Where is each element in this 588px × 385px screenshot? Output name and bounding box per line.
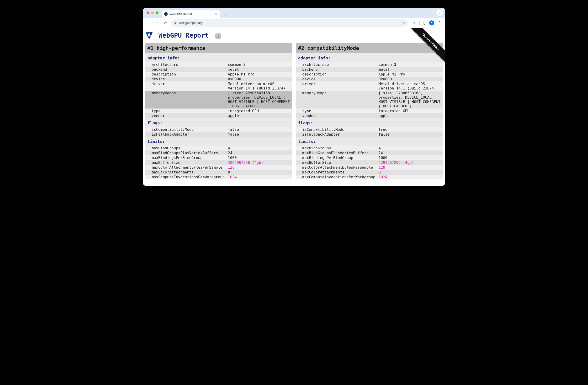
kv-value: 0x0000 xyxy=(228,77,292,81)
kv-value: 4 xyxy=(378,146,443,150)
kv-row: architecturecommon-3 xyxy=(145,62,292,67)
kv-key: maxBindGroupsPlusVertexBuffers xyxy=(296,151,378,155)
download-button[interactable]: ⬇ xyxy=(215,33,221,38)
page-title: WebGPU Report ⬇ xyxy=(146,32,443,39)
divider xyxy=(420,21,420,25)
kv-row: driverMetal driver on macOS Version 14.1… xyxy=(145,81,292,91)
flags-section-header: flags: xyxy=(296,118,443,127)
kv-key: architecture xyxy=(145,62,228,67)
kv-value: 1024 xyxy=(228,175,292,179)
address-bar[interactable]: ⚙ webgpureport.org ☆ xyxy=(171,19,408,27)
tab-active[interactable]: i WebGPU Report ✕ xyxy=(162,10,220,18)
kv-value: 1024 xyxy=(378,175,443,179)
tab-strip: i WebGPU Report ✕ ＋ xyxy=(162,8,229,18)
kv-row: backendmetal xyxy=(145,67,292,72)
kv-value: apple xyxy=(228,114,292,118)
window-controls xyxy=(145,11,158,14)
favicon-icon: i xyxy=(164,12,168,16)
kv-row: maxBindGroupsPlusVertexBuffers24 xyxy=(145,151,292,155)
kv-key: maxBindingsPerBindGroup xyxy=(296,155,378,160)
kv-row: memoryHeaps[ size: 22906503168, properti… xyxy=(296,91,443,109)
browser-window: i WebGPU Report ✕ ＋ ⌄ ← → ⟳ ⚙ webgpurepo… xyxy=(143,8,445,186)
kv-key: isFallbackAdapter xyxy=(145,132,228,136)
kv-value: 1000 xyxy=(228,155,292,160)
window-maximize-button[interactable] xyxy=(156,11,158,14)
kv-key: backend xyxy=(296,67,378,72)
kv-value: 8 xyxy=(378,170,443,174)
site-settings-icon[interactable]: ⚙ xyxy=(174,21,177,24)
reload-button[interactable]: ⟳ xyxy=(163,20,168,25)
kv-row: maxBindingsPerBindGroup1000 xyxy=(145,155,292,160)
kv-row: driverMetal driver on macOS Version 14.1… xyxy=(296,81,443,91)
kv-row: isFallbackAdapterfalse xyxy=(145,132,292,137)
tabs-overflow-button[interactable]: ⌄ xyxy=(436,10,443,16)
tab-title: WebGPU Report xyxy=(169,12,192,16)
kv-value: 4294967296 (4gb) xyxy=(378,160,443,165)
kv-row: vendorapple xyxy=(296,113,443,118)
kv-value: apple xyxy=(378,114,443,118)
kv-value: 128 xyxy=(228,165,292,170)
kv-key: maxColorAttachments xyxy=(296,170,378,174)
svg-marker-1 xyxy=(146,32,149,37)
bookmark-icon[interactable]: ☆ xyxy=(402,21,405,25)
svg-marker-2 xyxy=(149,32,152,37)
adapter-info-section-header: adapter info: xyxy=(145,53,292,62)
flags-section: isCompatibilityModetrueisFallbackAdapter… xyxy=(296,127,443,137)
kv-value: metal xyxy=(228,67,292,72)
kv-value: metal xyxy=(378,67,443,72)
new-tab-button[interactable]: ＋ xyxy=(223,11,229,18)
kv-value: [ size: 22906503168, properties: DEVICE_… xyxy=(378,91,443,108)
kv-value: 24 xyxy=(228,151,292,155)
kv-key: type xyxy=(296,109,378,113)
kv-row: descriptionApple M1 Pro xyxy=(145,72,292,77)
window-minimize-button[interactable] xyxy=(151,11,154,14)
kv-key: maxBindGroups xyxy=(296,146,378,150)
kv-row: descriptionApple M1 Pro xyxy=(296,72,443,77)
kv-key: maxComputeInvocationsPerWorkgroup xyxy=(145,175,228,179)
kv-key: maxBufferSize xyxy=(296,160,378,165)
adapter-column: #1 high-performanceadapter info:architec… xyxy=(145,43,292,179)
github-ribbon-label: Fix me on GitHub xyxy=(406,28,445,66)
page-content: Fix me on GitHub WebGPU Report ⬇ #1 high… xyxy=(143,28,445,186)
kv-row: isCompatibilityModefalse xyxy=(145,127,292,132)
kv-row: memoryHeaps[ size: 22906503168, properti… xyxy=(145,91,292,109)
tab-close-icon[interactable]: ✕ xyxy=(214,12,217,16)
kv-key: isCompatibilityMode xyxy=(145,127,228,132)
kv-row: maxBindGroups4 xyxy=(296,146,443,151)
forward-button[interactable]: → xyxy=(154,20,159,25)
adapter-header: #1 high-performance xyxy=(145,43,292,53)
profile-avatar[interactable] xyxy=(429,20,434,25)
kv-value: 128 xyxy=(378,165,443,170)
url-text: webgpureport.org xyxy=(179,21,203,24)
kebab-menu-icon[interactable]: ⋮ xyxy=(438,21,441,25)
kv-row: maxBindingsPerBindGroup1000 xyxy=(296,155,443,160)
kv-value: integrated GPU xyxy=(228,109,292,113)
kv-key: description xyxy=(145,72,228,77)
kv-value: [ size: 22906503168, properties: DEVICE_… xyxy=(228,91,292,108)
kv-key: device xyxy=(296,77,378,81)
kv-value: 8 xyxy=(228,170,292,174)
flags-section-header: flags: xyxy=(145,118,292,127)
kv-key: maxComputeInvocationsPerWorkgroup xyxy=(296,175,378,179)
kv-value: 0x0000 xyxy=(378,77,443,81)
kv-value: true xyxy=(378,127,443,132)
kv-key: description xyxy=(296,72,378,77)
svg-marker-3 xyxy=(147,37,151,39)
kv-row: maxColorAttachmentBytesPerSample128 xyxy=(145,165,292,170)
side-panel-icon[interactable]: ▯ xyxy=(423,21,425,25)
kv-row: isFallbackAdapterfalse xyxy=(296,132,443,137)
kv-row: maxBindGroups4 xyxy=(145,146,292,151)
kv-row: backendmetal xyxy=(296,67,443,72)
extensions-icon[interactable]: ✧ xyxy=(413,21,416,25)
github-ribbon[interactable]: Fix me on GitHub xyxy=(406,28,445,67)
kv-value: false xyxy=(228,132,292,136)
toolbar-right: ✧ ▯ ⋮ xyxy=(411,20,443,25)
kv-value: Metal driver on macOS Version 14.1 (Buil… xyxy=(228,82,292,90)
window-close-button[interactable] xyxy=(147,11,149,14)
back-button[interactable]: ← xyxy=(145,20,151,25)
kv-key: backend xyxy=(145,67,228,72)
page-title-text: WebGPU Report xyxy=(158,32,209,39)
svg-point-0 xyxy=(431,22,432,23)
kv-value: Apple M1 Pro xyxy=(228,72,292,77)
kv-value: false xyxy=(228,127,292,132)
